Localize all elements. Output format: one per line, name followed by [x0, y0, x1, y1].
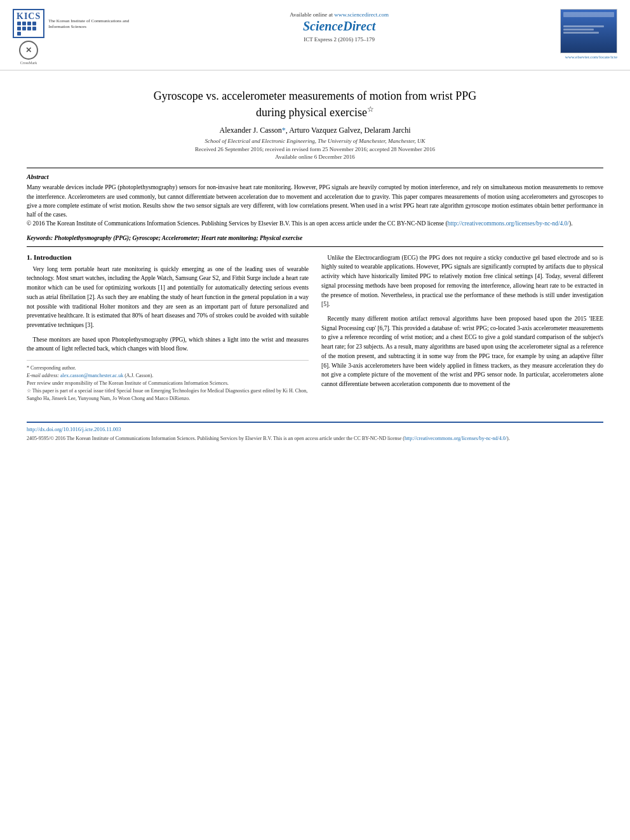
kics-logo: KICS The Korean Institute of Communicati…: [13, 9, 131, 38]
author-email-link[interactable]: *: [282, 126, 286, 135]
page-footer: http://dx.doi.org/10.1016/j.icte.2016.11…: [27, 422, 603, 443]
sciencedirect-logo: ScienceDirect: [137, 19, 541, 34]
available-online-date: Available online 6 December 2016: [39, 154, 591, 160]
journal-thumbnail: [560, 9, 617, 53]
journal-info: ICT Express 2 (2016) 175–179: [137, 36, 541, 43]
kics-dot: [17, 27, 21, 30]
footnote-peer-review: Peer review under responsibility of The …: [27, 380, 309, 387]
kics-dots: [17, 22, 40, 36]
kics-dot: [27, 22, 31, 25]
kics-dot: [17, 32, 21, 36]
thumbnail-line: [563, 25, 604, 27]
abstract-section: Abstract Many wearable devices include P…: [27, 173, 603, 228]
footer-issn: 2405-9595/© 2016 The Korean Institute of…: [27, 435, 603, 443]
thumbnail-line: [563, 29, 594, 30]
sciencedirect-url-link[interactable]: www.sciencedirect.com: [334, 11, 389, 18]
logo-area: KICS The Korean Institute of Communicati…: [13, 9, 131, 65]
kics-acronym: KICS: [17, 11, 41, 22]
footnote-corresponding: * Corresponding author.: [27, 364, 309, 372]
column-right: Unlike the Electrocardiogram (ECG) the P…: [321, 253, 603, 403]
available-online-text: Available online at www.sciencedirect.co…: [137, 11, 541, 18]
thumbnail-line: [563, 32, 599, 34]
title-divider: [27, 168, 603, 168]
intro-para-2: These monitors are based upon Photopleth…: [27, 335, 309, 354]
intro-left-text: Very long term portable heart rate monit…: [27, 265, 309, 354]
kics-dot: [22, 27, 26, 30]
crossmark-icon: ✕: [19, 41, 38, 60]
author-list: Alexander J. Casson*, Arturo Vazquez Gal…: [39, 126, 591, 135]
intro-right-para-2: Recently many different motion artifact …: [321, 314, 603, 389]
intro-right-text: Unlike the Electrocardiogram (ECG) the P…: [321, 253, 603, 389]
crossmark-label: CrossMark: [20, 61, 37, 65]
header-center: Available online at www.sciencedirect.co…: [137, 9, 541, 43]
kics-dot: [22, 22, 26, 25]
crossmark-logo: ✕ CrossMark: [19, 41, 38, 65]
two-column-layout: 1. Introduction Very long term portable …: [27, 253, 603, 403]
title-section: Gyroscope vs. accelerometer measurements…: [27, 88, 603, 160]
page: KICS The Korean Institute of Communicati…: [0, 0, 630, 840]
affiliation: School of Electrical and Electronic Engi…: [39, 138, 591, 144]
intro-right-para-1: Unlike the Electrocardiogram (ECG) the P…: [321, 253, 603, 309]
footnotes: * Corresponding author. E-mail address: …: [27, 360, 309, 403]
page-header: KICS The Korean Institute of Communicati…: [0, 0, 630, 70]
kics-subtitle: The Korean Institute of Communications a…: [48, 18, 131, 30]
keywords-divider: [27, 246, 603, 247]
thumbnail-inner: [561, 10, 617, 53]
doi-line: http://dx.doi.org/10.1016/j.icte.2016.11…: [27, 425, 603, 434]
doi-link[interactable]: http://dx.doi.org/10.1016/j.icte.2016.11…: [27, 426, 121, 432]
thumbnail-lines: [563, 25, 614, 34]
paper-title: Gyroscope vs. accelerometer measurements…: [39, 88, 591, 121]
elsevier-link[interactable]: www.elsevier.com/locate/icte: [565, 55, 617, 60]
footnote-star: ☆ This paper is part of a special issue …: [27, 387, 309, 403]
column-left: 1. Introduction Very long term portable …: [27, 253, 309, 403]
footnote-email: E-mail address: alex.casson@manchester.a…: [27, 372, 309, 380]
footer-cc-link[interactable]: http://creativecommons.org/licenses/by-n…: [405, 436, 507, 441]
header-right: www.elsevier.com/locate/icte: [547, 9, 617, 60]
abstract-heading: Abstract: [27, 173, 603, 180]
cc-license-link[interactable]: http://creativecommons.org/licenses/by-n…: [448, 220, 569, 227]
received-dates: Received 26 September 2016; received in …: [39, 146, 591, 152]
intro-heading: 1. Introduction: [27, 253, 309, 261]
kics-dot: [27, 27, 31, 30]
main-content: Gyroscope vs. accelerometer measurements…: [0, 70, 630, 415]
kics-box: KICS: [13, 9, 44, 38]
kics-dot: [17, 22, 21, 25]
author-email[interactable]: alex.casson@manchester.ac.uk: [60, 373, 123, 378]
abstract-body: Many wearable devices include PPG (photo…: [27, 183, 603, 228]
title-star: ☆: [367, 105, 374, 114]
intro-para-1: Very long term portable heart rate monit…: [27, 265, 309, 330]
kics-dot: [32, 22, 36, 25]
kics-dot: [32, 27, 36, 30]
keywords: Keywords: Photoplethysmography (PPG); Gy…: [27, 235, 603, 241]
